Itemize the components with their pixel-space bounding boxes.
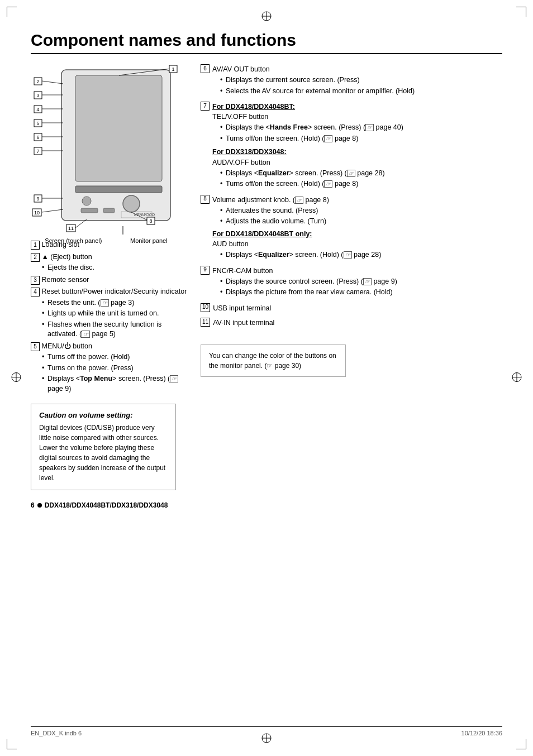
item-number: 10 — [201, 303, 210, 312]
item-label: FNC/R-CAM button — [212, 267, 273, 275]
sub-bullet: Attenuates the sound. (Press) — [220, 206, 502, 216]
entry-content: Volume adjustment knob. (☞ page 8) Atten… — [212, 195, 502, 261]
caution-title: Caution on volume setting: — [39, 411, 168, 419]
right-item-11: 11 AV-IN input terminal — [201, 318, 502, 328]
diagram-label-screen: Screen (touch panel) — [45, 237, 102, 244]
info-box: You can change the color of the buttons … — [201, 344, 346, 377]
corner-mark-bl — [7, 739, 17, 749]
svg-text:4: 4 — [36, 107, 39, 112]
sub-bullet: Ejects the disc. — [42, 263, 187, 273]
entry-content: AV-IN input terminal — [213, 318, 502, 328]
svg-text:KENWOOD: KENWOOD — [134, 213, 155, 217]
item-number: 4 — [31, 288, 40, 296]
sub-bullet: Lights up while the unit is turned on. — [42, 309, 187, 319]
caution-box: Caution on volume setting: Digital devic… — [31, 404, 176, 490]
reg-mark-left — [10, 371, 22, 385]
page: Component names and functions — [0, 0, 533, 756]
sub-bullets: Turns off the power. (Hold) Turns on the… — [31, 352, 187, 394]
svg-rect-13 — [75, 75, 162, 181]
svg-rect-18 — [103, 208, 115, 213]
item-number: 8 — [201, 195, 210, 204]
item-label: MENU/⏻ button — [41, 342, 92, 350]
header: Component names and functions — [0, 0, 533, 54]
item-label: AV/AV OUT button — [212, 65, 270, 73]
sub-bullet: Displays the current source screen. (Pre… — [220, 75, 502, 85]
sub-bullet: Turns on the power. (Press) — [42, 363, 187, 374]
svg-point-16 — [123, 195, 140, 212]
corner-mark-br — [516, 739, 526, 749]
subsection-sublabel: TEL/V.OFF button — [212, 112, 502, 122]
diagram-label-monitor: Monitor panel — [130, 237, 168, 244]
subsection-sublabel: AUD/V.OFF button — [212, 157, 502, 168]
svg-point-15 — [82, 197, 91, 205]
list-item: 3 Remote sensor — [31, 275, 187, 285]
svg-text:6: 6 — [36, 135, 39, 140]
left-items-list: 1 Loading slot 2 ▲ (Eject) button Ejects… — [31, 240, 187, 394]
sub-bullet: Adjusts the audio volume. (Turn) — [220, 217, 502, 227]
subsection-title: For DDX318/DDX3048: — [212, 147, 502, 157]
footer: EN_DDX_K.indb 6 10/12/20 18:36 — [31, 726, 502, 736]
sub-bullet: Displays the <Hands Free> screen. (Press… — [220, 123, 502, 133]
sub-bullets: Displays the current source screen. (Pre… — [212, 75, 502, 96]
item-number: 5 — [31, 342, 40, 351]
sub-bullet: Displays <Equalizer> screen. (Press) (☞ … — [220, 169, 502, 179]
svg-rect-14 — [75, 186, 162, 193]
item-label: Volume adjustment knob. (☞ page 8) — [212, 196, 329, 204]
svg-text:3: 3 — [36, 93, 39, 98]
svg-text:2: 2 — [36, 79, 39, 84]
svg-line-22 — [42, 81, 63, 84]
svg-text:7: 7 — [36, 149, 39, 154]
corner-mark-tr — [516, 7, 526, 17]
svg-text:1: 1 — [172, 66, 174, 72]
sub-bullets: Resets the unit. (☞ page 3) Lights up wh… — [31, 298, 187, 339]
reg-mark-top — [260, 10, 273, 24]
subsection-sublabel: AUD button — [212, 239, 502, 249]
footer-inner: EN_DDX_K.indb 6 10/12/20 18:36 — [31, 726, 502, 736]
svg-line-46 — [42, 209, 63, 212]
sub-bullets: Displays the source control screen. (Pre… — [212, 277, 502, 298]
sub-bullet: Displays the source control screen. (Pre… — [220, 277, 502, 287]
item-label: Reset button/Power indicator/Security in… — [41, 288, 187, 295]
info-text: You can change the color of the buttons … — [209, 352, 336, 370]
sub-bullet: Resets the unit. (☞ page 3) — [42, 298, 187, 308]
sub-bullet: Flashes when the security function is ac… — [42, 320, 187, 339]
footer-datetime: 10/12/20 18:36 — [461, 730, 502, 736]
corner-mark-tl — [7, 7, 17, 17]
subsection: For DDX418/DDX4048BT only: AUD button Di… — [212, 229, 502, 260]
content-area: 1 2 3 4 5 — [0, 64, 533, 509]
svg-text:10: 10 — [34, 210, 40, 216]
right-item-6: 6 AV/AV OUT button Displays the current … — [201, 64, 502, 97]
diagram-labels: Screen (touch panel) Monitor panel — [31, 237, 182, 244]
caution-body: Digital devices (CD/USB) produce very li… — [39, 423, 168, 483]
list-item: 4 Reset button/Power indicator/Security … — [31, 287, 187, 339]
right-item-10: 10 USB input terminal — [201, 303, 502, 313]
item-label: AV-IN input terminal — [213, 319, 274, 327]
sub-bullet: Turns off/on the screen. (Hold) (☞ page … — [220, 134, 502, 144]
sub-bullets: Displays the <Hands Free> screen. (Press… — [212, 123, 502, 143]
sub-bullet: Selects the AV source for external monit… — [220, 87, 502, 97]
page-number-area: 6 DDX418/DDX4048BT/DDX318/DDX3048 — [31, 501, 187, 509]
sub-bullets: Displays <Equalizer> screen. (Hold) (☞ p… — [212, 250, 502, 260]
svg-text:9: 9 — [36, 196, 39, 202]
sub-bullet: Turns off the power. (Hold) — [42, 352, 187, 362]
left-column: 1 2 3 4 5 — [31, 64, 187, 509]
item-number: 9 — [201, 266, 210, 275]
model-list: DDX418/DDX4048BT/DDX318/DDX3048 — [45, 501, 168, 509]
item-number: 3 — [31, 276, 40, 285]
svg-rect-17 — [81, 208, 98, 213]
page-title: Component names and functions — [31, 31, 502, 54]
item-number: 6 — [201, 64, 210, 73]
svg-text:11: 11 — [68, 226, 74, 231]
item-number: 7 — [201, 102, 210, 111]
sub-bullets: Displays <Equalizer> screen. (Press) (☞ … — [212, 169, 502, 189]
item-label: ▲ (Eject) button — [41, 253, 92, 261]
subsection-title: For DDX418/DDX4048BT only: — [212, 229, 502, 239]
sub-bullet: Turns off/on the screen. (Hold) (☞ page … — [220, 179, 502, 189]
reg-mark-right — [511, 371, 523, 385]
page-number: 6 — [31, 501, 35, 509]
entry-content: FNC/R-CAM button Displays the source con… — [212, 266, 502, 299]
subsection-title: For DDX418/DDX4048BT: — [212, 102, 502, 112]
right-item-7: 7 For DDX418/DDX4048BT: TEL/V.OFF button… — [201, 102, 502, 190]
entry-content: For DDX418/DDX4048BT: TEL/V.OFF button D… — [212, 102, 502, 190]
item-label: USB input terminal — [213, 304, 271, 312]
